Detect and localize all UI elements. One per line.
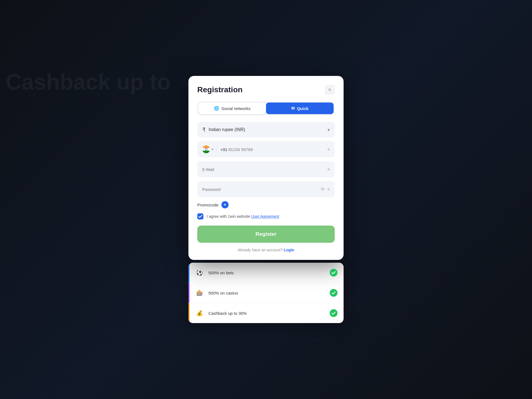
tab-social-networks[interactable]: 🌐 Social networks <box>198 103 266 114</box>
accent-yellow <box>188 303 190 323</box>
bets-check-badge <box>330 269 337 277</box>
chevron-down-icon: ▾ <box>328 127 330 132</box>
currency-label: Indian rupee (INR) <box>209 127 245 132</box>
currency-left: ₹ Indian rupee (INR) <box>202 126 245 133</box>
bets-icon: ⚽ <box>195 268 204 278</box>
bets-bonus-text: 500% on bets <box>208 270 326 275</box>
india-flag <box>202 145 210 153</box>
agreement-row: I agree with 1win website User Agreement <box>197 213 335 219</box>
close-icon: × <box>328 87 331 93</box>
login-link[interactable]: Login <box>284 248 294 252</box>
registration-modal: Registration × 🌐 Social networks ✉ Quick… <box>188 76 344 260</box>
email-row <box>197 161 335 177</box>
login-prompt: Already have an account? <box>238 248 283 252</box>
email-required-dot <box>328 168 330 170</box>
email-icon: ✉ <box>291 106 295 111</box>
modal-header: Registration × <box>197 85 335 95</box>
flag-mid <box>202 148 210 150</box>
bonus-item-casino: 🎰 500% on casino <box>188 283 344 303</box>
phone-input[interactable] <box>228 147 328 152</box>
country-selector[interactable]: ▾ <box>202 145 217 153</box>
plus-icon: + <box>224 202 226 207</box>
cashback-bonus-text: Cashback up to 30% <box>208 311 326 316</box>
login-row: Already have an account? Login <box>197 248 335 252</box>
flag-top <box>202 145 210 148</box>
promocode-label: Promocode <box>197 203 219 207</box>
bonus-card: ⚽ 500% on bets 🎰 500% on casino 💰 Cashba… <box>188 263 344 323</box>
modal-wrapper: Registration × 🌐 Social networks ✉ Quick… <box>188 76 344 323</box>
promocode-row: Promocode + <box>197 201 335 208</box>
phone-required-dot <box>328 148 330 150</box>
eye-icon[interactable]: 👁 <box>320 186 325 192</box>
checkmark-icon <box>198 215 202 218</box>
bonus-item-bets: ⚽ 500% on bets <box>188 263 344 283</box>
phone-row: ▾ +91 <box>197 141 335 157</box>
phone-code: +91 <box>220 147 227 152</box>
flag-bot <box>202 151 210 153</box>
casino-checkmark-icon <box>332 291 336 295</box>
agreement-text: I agree with 1win website User Agreement <box>207 214 279 219</box>
tab-quick[interactable]: ✉ Quick <box>266 103 334 114</box>
accent-purple <box>188 283 190 303</box>
user-agreement-link[interactable]: User Agreement <box>251 214 279 219</box>
cashback-icon: 💰 <box>195 308 204 318</box>
background-text: Cashback up to <box>6 69 171 95</box>
tab-group: 🌐 Social networks ✉ Quick <box>197 101 335 115</box>
agreement-prefix: I agree with 1win website <box>207 214 251 219</box>
bonus-item-cashback: 💰 Cashback up to 30% <box>188 303 344 323</box>
close-button[interactable]: × <box>325 85 335 95</box>
flag-chevron-icon: ▾ <box>212 147 213 151</box>
password-row: 👁 <box>197 181 335 197</box>
casino-icon: 🎰 <box>195 288 204 298</box>
bets-checkmark-icon <box>332 271 336 274</box>
ashoka-chakra <box>205 148 207 150</box>
tab-quick-label: Quick <box>297 106 309 111</box>
social-icon: 🌐 <box>214 106 219 111</box>
agreement-checkbox[interactable] <box>197 213 203 219</box>
cashback-checkmark-icon <box>332 312 336 315</box>
password-input[interactable] <box>202 187 320 192</box>
accent-blue <box>188 263 190 283</box>
password-required-dot <box>328 188 330 190</box>
casino-bonus-text: 500% on casino <box>208 291 326 295</box>
rupee-icon: ₹ <box>202 126 206 133</box>
tab-social-label: Social networks <box>221 106 250 111</box>
currency-selector[interactable]: ₹ Indian rupee (INR) ▾ <box>197 122 335 137</box>
register-button[interactable]: Register <box>197 226 335 243</box>
email-input[interactable] <box>202 167 328 172</box>
promocode-add-button[interactable]: + <box>221 201 229 208</box>
modal-title: Registration <box>197 85 242 94</box>
cashback-check-badge <box>330 309 337 317</box>
casino-check-badge <box>330 289 337 297</box>
